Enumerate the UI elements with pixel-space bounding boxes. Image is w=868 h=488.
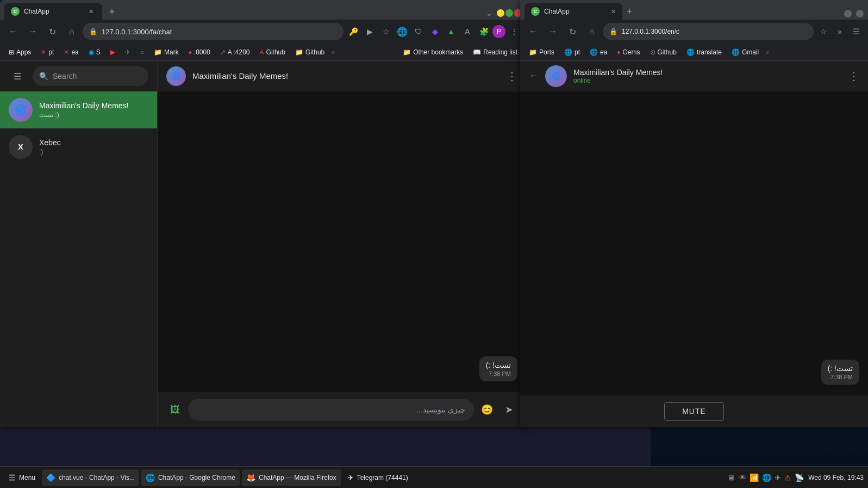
taskbar-clock: Wed 09 Feb, 19:43 [808, 474, 864, 481]
extension-green[interactable]: ▲ [444, 24, 459, 39]
hamburger-menu-button[interactable]: ☰ [9, 67, 26, 85]
vscode-icon: 🔷 [46, 473, 55, 482]
profile-icon[interactable]: P [492, 25, 505, 38]
chat-preview-maximilian: تست :) [39, 111, 148, 119]
bookmark-gems[interactable]: ♦ :8000 [184, 46, 215, 59]
bookmark-8000[interactable]: ↗ A :4200 [216, 46, 254, 59]
puzzle-icon[interactable]: 🧩 [476, 24, 491, 39]
menu-dots[interactable]: ⋮ [507, 24, 522, 39]
bm-pt-right-label: pt [574, 48, 580, 56]
bm-gmail[interactable]: 🌐 Gmail [727, 46, 763, 59]
home-button-left[interactable]: ⌂ [63, 23, 80, 40]
more-btn-right[interactable]: » [832, 24, 847, 39]
extension-globe[interactable]: 🌐 [395, 24, 410, 39]
send-icon: ➤ [505, 404, 513, 416]
taskbar-chrome[interactable]: 🌐 ChatApp - Google Chrome [141, 470, 240, 486]
bm-translate[interactable]: 🌐 translate [682, 46, 726, 59]
bookmark-more[interactable]: » [331, 48, 335, 56]
sidebar-header: ☰ 🔍 Search [0, 61, 157, 91]
address-text-left: 127.0.0.1:3000/fa/chat [102, 28, 337, 36]
bookmark-telegram[interactable]: ✈ [121, 46, 135, 59]
bm-gems-right[interactable]: ♦ Gems [613, 46, 644, 59]
tray-icon-1[interactable]: 🖥 [728, 473, 735, 482]
tab-arrow-down[interactable]: ⌄ [483, 9, 496, 17]
bookmark-apps[interactable]: ⊞ Apps [4, 46, 35, 59]
right-chat-menu-button[interactable]: ⋮ [848, 70, 859, 83]
chat-preview-xebec: :) [39, 148, 148, 156]
bookmark-pt[interactable]: ✕ pt [36, 46, 58, 59]
main-chat-menu-button[interactable]: ⋮ [507, 70, 517, 83]
tab-bar-right: C ChatApp ✕ + [520, 0, 868, 20]
tab-favicon-right: C [531, 7, 540, 16]
folder-icon-ports: 📁 [529, 48, 537, 56]
bm-pt-right[interactable]: 🌐 pt [560, 46, 584, 59]
tray-network[interactable]: 🌐 [762, 473, 771, 482]
chat-item-maximilian[interactable]: 🌀 Maximilian's Daily Memes! تست :) [0, 91, 157, 128]
bookmark-github[interactable]: 📁 Github [291, 46, 329, 59]
bookmark-other[interactable]: 📁 Other bookmarks [398, 46, 467, 59]
vpn-icon[interactable]: ◆ [427, 24, 442, 39]
sidebar-toggle-right[interactable]: ☰ [848, 24, 864, 39]
bm-gems-right-label: Gems [623, 48, 640, 56]
reload-button-right[interactable]: ↻ [564, 23, 581, 40]
attach-button[interactable]: 🖼 [166, 401, 184, 418]
nav-actions-right: ☆ » ☰ [816, 24, 864, 39]
send-button[interactable]: ➤ [500, 401, 517, 418]
taskbar-menu[interactable]: ☰ Menu [4, 470, 40, 486]
back-button-chat-right[interactable]: ← [529, 70, 539, 82]
tray-icon-warn[interactable]: ⚠ [784, 473, 791, 482]
tab-chatapp-left[interactable]: C ChatApp ✕ [4, 3, 102, 20]
taskbar-right: 🖥 👁 📶 🌐 ✈ ⚠ 📡 Wed 09 Feb, 19:43 [728, 473, 864, 482]
bookmark-reading-list[interactable]: 📖 Reading list [469, 46, 522, 59]
star-icon[interactable]: ☆ [378, 24, 394, 39]
bookmark-youtube[interactable]: ▶ [106, 46, 120, 59]
maximize-button-left[interactable] [505, 9, 513, 17]
font-icon[interactable]: A [460, 24, 475, 39]
circle-btn-1[interactable] [844, 10, 852, 17]
new-tab-button-right[interactable]: + [622, 6, 637, 17]
circle-btn-2[interactable] [856, 10, 864, 17]
bookmark-skype[interactable]: ◉ S [84, 46, 105, 59]
minimize-button-left[interactable] [497, 9, 504, 17]
taskbar-firefox[interactable]: 🦊 ChatApp — Mozilla Firefox [242, 470, 341, 486]
back-button-left[interactable]: ← [4, 23, 22, 40]
tab-close-left[interactable]: ✕ [86, 7, 96, 16]
reload-button-left[interactable]: ↻ [43, 23, 61, 40]
cast-icon[interactable]: ▶ [362, 24, 377, 39]
bookmark-mark[interactable]: 📁 Mark [149, 46, 183, 59]
chrome-icon: 🌐 [146, 473, 155, 482]
back-button-right[interactable]: ← [524, 23, 542, 40]
address-bar-right[interactable]: 🔒 127.0.0.1:3000/en/c [603, 23, 814, 40]
shield-icon[interactable]: 🛡 [411, 24, 426, 39]
forward-button-left[interactable]: → [24, 23, 41, 40]
bm-ports-label: Ports [539, 48, 554, 56]
bm-ports[interactable]: 📁 Ports [524, 46, 559, 59]
mute-button[interactable]: MUTE [664, 402, 724, 421]
search-box[interactable]: 🔍 Search [33, 66, 148, 86]
bookmark-ea[interactable]: ✕ ea [59, 46, 83, 59]
bm-ea-right[interactable]: 🌐 ea [585, 46, 611, 59]
tab-close-right[interactable]: ✕ [611, 8, 616, 15]
tab-chatapp-right[interactable]: C ChatApp ✕ [524, 3, 622, 20]
emoji-button[interactable]: 😊 [478, 401, 496, 418]
forward-button-right[interactable]: → [544, 23, 561, 40]
taskbar-telegram[interactable]: ✈ Telegram (74441) [343, 470, 413, 486]
home-button-right[interactable]: ⌂ [583, 23, 601, 40]
bookmark-4200[interactable]: A Github [255, 46, 290, 59]
bookmark-g[interactable]: ○ [136, 46, 148, 59]
chat-item-xebec[interactable]: X Xebec :) [0, 128, 157, 165]
address-bar-left[interactable]: 🔒 127.0.0.1:3000/fa/chat [83, 23, 344, 40]
message-input[interactable]: چیزی بنویسید... [188, 399, 474, 421]
new-tab-button-left[interactable]: + [104, 4, 120, 20]
key-icon[interactable]: 🔑 [346, 24, 361, 39]
tray-icon-3[interactable]: ✈ [775, 473, 781, 482]
nav-bar-left: ← → ↻ ⌂ 🔒 127.0.0.1:3000/fa/chat 🔑 ▶ ☆ 🌐… [0, 20, 526, 44]
star-icon-right[interactable]: ☆ [816, 24, 831, 39]
tray-wifi[interactable]: 📶 [750, 473, 759, 482]
bm-github-right[interactable]: ⊙ Github [646, 46, 681, 59]
browser-window-left: C ChatApp ✕ + ⌄ ← → ↻ ⌂ 🔒 127.0.0.1:3000… [0, 0, 526, 427]
tray-wifi-2[interactable]: 📡 [795, 473, 804, 482]
tray-icon-2[interactable]: 👁 [739, 473, 746, 482]
taskbar-vscode[interactable]: 🔷 chat.vue - ChatApp - Vis... [42, 470, 139, 486]
bm-more-right[interactable]: » [765, 48, 769, 56]
